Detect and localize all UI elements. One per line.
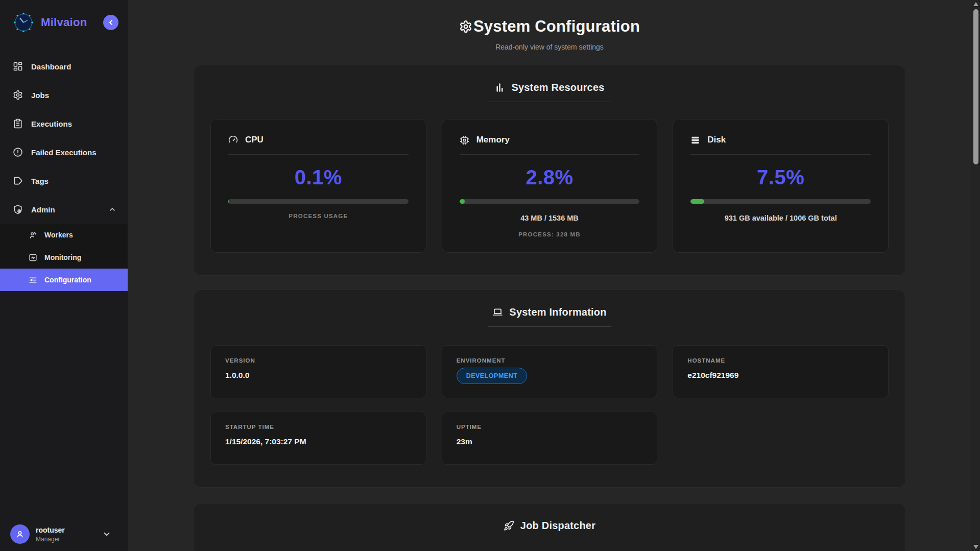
field-label: HOSTNAME xyxy=(687,357,874,364)
section-title: System Resources xyxy=(511,82,604,93)
cpu-usage-value: 0.1% xyxy=(228,166,409,189)
user-role: Manager xyxy=(36,536,96,543)
cpu-card: CPU 0.1% PROCESS USAGE xyxy=(210,119,426,253)
metric-title: CPU xyxy=(245,135,264,145)
memory-footnote: PROCESS: 328 MB xyxy=(460,231,640,237)
chip-icon xyxy=(460,135,469,145)
environment-field: ENVIRONMENT DEVELOPMENT xyxy=(442,345,658,398)
page-subtitle: Read-only view of system settings xyxy=(128,43,971,51)
chevron-down-icon xyxy=(102,530,111,539)
server-icon xyxy=(690,135,700,145)
section-job-dispatcher: Job Dispatcher xyxy=(193,503,906,551)
field-label: VERSION xyxy=(225,357,412,364)
chevron-left-icon xyxy=(107,18,115,27)
uptime-field: UPTIME 23m xyxy=(442,412,658,465)
hostname-field: HOSTNAME e210cf921969 xyxy=(673,345,889,398)
field-label: UPTIME xyxy=(457,424,643,430)
field-label: STARTUP TIME xyxy=(225,424,412,430)
alert-circle-icon xyxy=(13,147,23,157)
divider xyxy=(488,326,611,327)
rocket-icon xyxy=(504,520,514,531)
sidebar-item-admin[interactable]: Admin xyxy=(0,195,128,224)
sidebar: Milvaion Dashboard Jobs Executions Faile… xyxy=(0,0,128,551)
page-header: System Configuration Read-only view of s… xyxy=(128,0,971,51)
section-system-resources: System Resources CPU 0.1% PROCESS USAGE xyxy=(193,65,906,276)
sidebar-item-monitoring[interactable]: Monitoring xyxy=(0,246,128,269)
memory-progress-fill xyxy=(460,199,465,204)
scroll-down-arrow[interactable] xyxy=(971,543,980,551)
gear-icon xyxy=(13,90,23,100)
startup-time-value: 1/15/2026, 7:03:27 PM xyxy=(225,437,412,446)
brand-name: Milvaion xyxy=(41,16,97,29)
chevron-up-icon xyxy=(108,205,116,213)
sidebar-item-label: Monitoring xyxy=(44,253,81,261)
sidebar-item-label: Configuration xyxy=(44,276,91,284)
admin-submenu: Workers Monitoring Configuration xyxy=(0,224,128,291)
scroll-up-arrow[interactable] xyxy=(971,0,980,8)
sliders-icon xyxy=(29,276,37,284)
scrollbar-thumb[interactable] xyxy=(973,9,978,164)
sidebar-item-label: Dashboard xyxy=(31,62,71,71)
metric-title: Disk xyxy=(707,135,726,145)
disk-usage-value: 7.5% xyxy=(690,166,871,189)
memory-detail: 43 MB / 1536 MB xyxy=(460,214,640,222)
sidebar-item-dashboard[interactable]: Dashboard xyxy=(0,52,128,81)
sidebar-nav: Dashboard Jobs Executions Failed Executi… xyxy=(0,52,128,291)
sidebar-item-label: Workers xyxy=(44,231,73,239)
clipboard-icon xyxy=(13,118,23,129)
workers-icon xyxy=(29,231,37,239)
sidebar-item-tags[interactable]: Tags xyxy=(0,166,128,195)
disk-progress-fill xyxy=(690,199,704,204)
sidebar-item-label: Admin xyxy=(31,205,55,214)
main-content: System Configuration Read-only view of s… xyxy=(128,0,980,551)
memory-usage-value: 2.8% xyxy=(460,166,640,189)
sidebar-item-label: Jobs xyxy=(31,91,49,100)
page-title: System Configuration xyxy=(473,17,640,36)
app-root: Milvaion Dashboard Jobs Executions Faile… xyxy=(0,0,980,551)
divider xyxy=(488,540,611,540)
disk-detail: 931 GB available / 1006 GB total xyxy=(690,214,871,222)
sidebar-item-workers[interactable]: Workers xyxy=(0,224,128,246)
section-title: System Information xyxy=(509,306,606,318)
metric-title: Memory xyxy=(476,135,510,145)
shield-admin-icon xyxy=(13,204,23,214)
sidebar-item-label: Failed Executions xyxy=(31,148,97,157)
brand-logo-icon xyxy=(12,11,35,34)
gauge-icon xyxy=(228,135,238,145)
divider xyxy=(488,102,611,102)
section-title: Job Dispatcher xyxy=(520,520,595,532)
bar-chart-icon xyxy=(494,82,505,93)
sidebar-item-label: Tags xyxy=(31,177,49,185)
avatar xyxy=(10,524,30,544)
cpu-progress-bar xyxy=(228,199,409,204)
startup-time-field: STARTUP TIME 1/15/2026, 7:03:27 PM xyxy=(210,412,426,465)
memory-progress-bar xyxy=(460,199,640,204)
memory-card: Memory 2.8% 43 MB / 1536 MB PROCESS: 328… xyxy=(442,119,658,253)
cpu-footnote: PROCESS USAGE xyxy=(228,213,409,219)
brand: Milvaion xyxy=(0,0,128,43)
laptop-icon xyxy=(492,307,503,318)
uptime-value: 23m xyxy=(457,437,643,446)
sidebar-item-jobs[interactable]: Jobs xyxy=(0,81,128,109)
section-system-information: System Information VERSION 1.0.0.0 ENVIR… xyxy=(193,290,906,488)
hostname-value: e210cf921969 xyxy=(687,371,874,380)
disk-progress-bar xyxy=(690,199,871,204)
sidebar-item-label: Executions xyxy=(31,119,72,128)
disk-card: Disk 7.5% 931 GB available / 1006 GB tot… xyxy=(673,119,889,253)
version-field: VERSION 1.0.0.0 xyxy=(210,345,426,398)
dashboard-icon xyxy=(13,61,23,71)
sidebar-item-executions[interactable]: Executions xyxy=(0,109,128,138)
user-icon xyxy=(15,529,25,539)
tag-icon xyxy=(13,176,23,186)
sidebar-item-failed-executions[interactable]: Failed Executions xyxy=(0,138,128,166)
sidebar-collapse-button[interactable] xyxy=(103,15,118,30)
user-menu[interactable]: rootuser Manager xyxy=(0,517,128,551)
version-value: 1.0.0.0 xyxy=(225,371,412,380)
monitoring-icon xyxy=(29,253,37,262)
gear-icon xyxy=(459,20,472,33)
sidebar-item-configuration[interactable]: Configuration xyxy=(0,269,128,291)
environment-badge: DEVELOPMENT xyxy=(457,368,528,384)
user-name: rootuser xyxy=(36,526,96,534)
field-label: ENVIRONMENT xyxy=(457,357,643,364)
vertical-scrollbar[interactable] xyxy=(971,0,980,551)
